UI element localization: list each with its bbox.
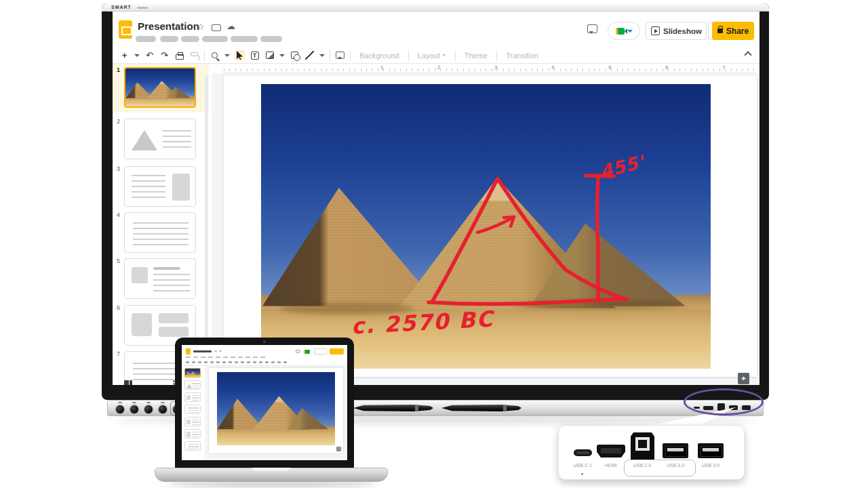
board-top-bezel: SMART [102, 3, 769, 12]
hdmi-port [597, 445, 625, 458]
mini-slide-thumbnail [184, 441, 201, 451]
laptop-base-notch [252, 468, 290, 471]
ink-triangle-right-edge [498, 179, 627, 300]
mini-slide-thumbnail [184, 405, 201, 414]
mini-slide-thumbnail [184, 429, 201, 439]
usb-a-port-2 [698, 443, 724, 458]
mini-comment-icon [296, 350, 300, 353]
port-label: HDMI [605, 463, 617, 468]
mini-slide-thumbnail [184, 368, 201, 378]
mini-header-icon [219, 350, 222, 352]
tray-pen-right [441, 405, 521, 411]
mini-pyramids-photo [217, 372, 335, 445]
tray-button [159, 405, 167, 413]
mini-meet-icon [304, 350, 310, 354]
tray-button [130, 405, 138, 413]
webcam-dot [263, 340, 266, 343]
mini-toolbar [186, 361, 288, 363]
tray-button [144, 405, 153, 413]
mini-share-button [330, 348, 344, 354]
laptop-display [182, 345, 347, 460]
mini-slide-thumbnail [184, 392, 201, 402]
port-label: USB 3.0 [667, 463, 684, 468]
usb-a-port-1 [663, 443, 688, 458]
ink-triangle-left-edge [433, 180, 497, 301]
port-label: USB 3.0 [702, 463, 719, 468]
mini-menubar [186, 357, 267, 358]
port-group-outline [624, 460, 696, 476]
board-screen: Presentation ☆ ☁ Slides [113, 12, 760, 385]
smart-brand-logo: SMART [111, 5, 132, 9]
tray-button-glyph [146, 402, 151, 403]
tray-button-glyph [161, 402, 165, 403]
mini-header-icon [214, 350, 217, 352]
mini-slide-thumbnail [184, 417, 201, 426]
ports-highlight-ellipse [684, 388, 764, 415]
usb-c-port [574, 449, 592, 456]
tray-button [116, 405, 124, 413]
ports-callout-panel: USB-C 1 HDMI USB 2.0 USB 3.0 USB 3.0 [558, 425, 745, 480]
footnote-mark [581, 473, 583, 475]
ink-triangle-base [429, 299, 626, 304]
scene: SMART Presentation ☆ ☁ [0, 0, 868, 488]
mini-slide-thumbnail [184, 380, 201, 390]
tray-pen-left [353, 405, 433, 411]
ink-arrow-curve [477, 217, 514, 232]
laptop-shadow [167, 481, 377, 487]
tray-button-glyph [132, 402, 136, 403]
port-label: USB 2.0 [633, 463, 651, 468]
mini-doc-title [193, 350, 212, 352]
usb-b-port [631, 432, 654, 460]
port-label: USB-C 1 [573, 463, 592, 468]
mini-slides-app-icon [186, 348, 191, 354]
mini-filmstrip [182, 366, 205, 460]
ink-height-line [597, 177, 599, 298]
smart-model-text [137, 7, 148, 9]
mini-explore-button [336, 447, 341, 451]
explore-button[interactable]: ✦ [738, 373, 749, 384]
tray-button-glyph [118, 402, 122, 403]
mini-slideshow-button [314, 348, 327, 354]
